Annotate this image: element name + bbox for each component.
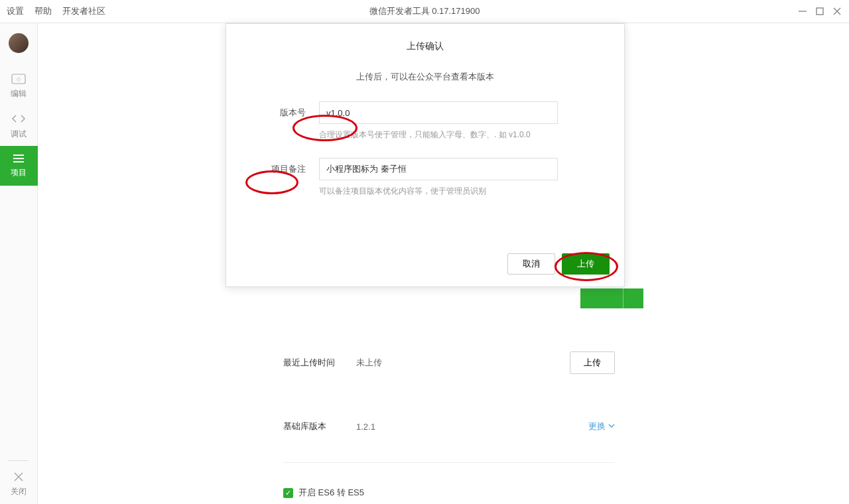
checkbox-icon: ✓ (283, 488, 293, 498)
menu-community[interactable]: 开发者社区 (62, 5, 105, 17)
sidebar-item-label: 编辑 (11, 88, 27, 99)
upload-confirm-dialog: 上传确认 上传后，可以在公众平台查看本版本 版本号 合理设置版本号便于管理，只能… (226, 23, 625, 287)
debug-icon (11, 113, 26, 125)
maximize-icon[interactable] (815, 6, 825, 17)
sidebar-item-close[interactable]: 关闭 (0, 464, 38, 504)
minimize-icon[interactable] (797, 6, 808, 17)
version-input[interactable] (319, 101, 558, 124)
close-icon[interactable] (832, 6, 842, 17)
baselib-label: 基础库版本 (283, 420, 356, 432)
cancel-button[interactable]: 取消 (507, 253, 555, 275)
sidebar-item-debug[interactable]: 调试 (0, 106, 38, 146)
version-help: 合理设置版本号便于管理，只能输入字母、数字、. 如 v1.0.0 (319, 129, 584, 141)
sidebar-item-label: 关闭 (11, 486, 27, 497)
sidebar-item-label: 调试 (11, 129, 27, 140)
menu-help[interactable]: 帮助 (34, 5, 52, 17)
sidebar-item-edit[interactable]: ◇ 编辑 (0, 66, 38, 106)
remark-input[interactable] (319, 158, 558, 180)
remark-help: 可以备注项目版本优化内容等，便于管理员识别 (319, 186, 584, 197)
option-es6[interactable]: ✓ 开启 ES6 转 ES5 (283, 483, 615, 503)
sidebar-item-label: 项目 (11, 167, 27, 178)
version-label: 版本号 (266, 101, 306, 119)
window-title: 微信开发者工具 0.17.171900 (369, 5, 480, 17)
divider (9, 460, 29, 461)
hidden-green-buttons (580, 288, 643, 308)
last-upload-label: 最近上传时间 (283, 357, 356, 369)
dialog-subtitle: 上传后，可以在公众平台查看本版本 (226, 59, 624, 101)
upload-button[interactable]: 上传 (570, 351, 615, 374)
menu-settings[interactable]: 设置 (7, 5, 24, 17)
change-link[interactable]: 更换 (588, 420, 615, 432)
last-upload-value: 未上传 (356, 357, 570, 369)
dialog-title: 上传确认 (226, 24, 624, 59)
option-label: 开启 ES6 转 ES5 (298, 487, 364, 499)
chevron-down-icon (608, 422, 615, 429)
svg-rect-1 (816, 8, 823, 15)
svg-text:◇: ◇ (17, 76, 21, 82)
divider (283, 462, 615, 463)
menu-icon (12, 154, 25, 163)
menubar: 设置 帮助 开发者社区 微信开发者工具 0.17.171900 (0, 0, 849, 23)
baselib-value: 1.2.1 (356, 422, 588, 432)
code-icon: ◇ (11, 74, 26, 84)
sidebar-item-project[interactable]: 项目 (0, 146, 38, 186)
remark-label: 项目备注 (266, 158, 306, 175)
avatar[interactable] (9, 33, 29, 53)
sidebar: ◇ 编辑 调试 项目 关闭 (0, 23, 38, 504)
upload-confirm-button[interactable]: 上传 (562, 253, 610, 275)
close-x-icon (13, 472, 24, 482)
